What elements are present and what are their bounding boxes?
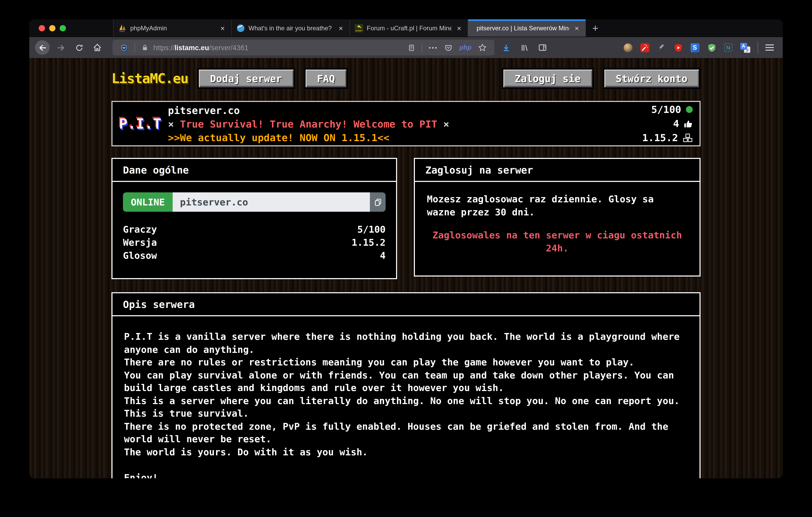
votes-count: 4: [673, 117, 679, 131]
general-panel-title: Dane ogólne: [113, 159, 396, 182]
description-panel: Opis serwera P.I.T is a vanilla server w…: [111, 292, 701, 478]
vote-warning-text: Zaglosowales na ten serwer w ciagu ostat…: [427, 229, 688, 254]
svg-text:uCRAFT: uCRAFT: [355, 30, 362, 31]
tab-title: What's in the air you breathe? -: [249, 24, 333, 32]
site-logo[interactable]: ListaMC.eu: [111, 70, 188, 86]
faq-button[interactable]: FAQ: [304, 68, 348, 89]
hamburger-menu-icon[interactable]: [762, 40, 777, 55]
stat-row: Glosow4: [123, 249, 385, 262]
tab-close-icon[interactable]: ×: [573, 24, 581, 32]
vote-info-text: Mozesz zaglosowac raz dziennie. Glosy sa…: [427, 192, 688, 218]
tab-close-icon[interactable]: ×: [455, 24, 463, 32]
players-count: 5/100: [651, 102, 681, 117]
tab-close-icon[interactable]: ×: [219, 24, 227, 32]
notion-clipper-extension-icon[interactable]: N: [723, 42, 733, 53]
online-status-badge: ONLINE: [123, 192, 173, 212]
server-stat-list: Graczy5/100 Wersja1.15.2 Glosow4: [123, 223, 385, 262]
stat-label: Graczy: [123, 223, 157, 236]
tab-title: phpMyAdmin: [130, 24, 215, 32]
reader-mode-icon[interactable]: [408, 44, 415, 52]
online-status-dot: [686, 106, 693, 113]
stat-value: 4: [380, 249, 385, 262]
urlbar-divider: [135, 43, 135, 52]
minimize-window-button[interactable]: [49, 25, 55, 31]
sidebar-button[interactable]: [535, 40, 550, 55]
translate-extension-icon[interactable]: A: [740, 42, 750, 53]
forward-button[interactable]: [53, 40, 68, 55]
close-window-button[interactable]: [39, 25, 45, 31]
copy-icon: [374, 198, 382, 206]
ucraft-icon: uCRAFT: [355, 24, 363, 32]
blocks-icon: [683, 133, 693, 143]
profile-avatar-extension-icon[interactable]: [622, 42, 633, 53]
server-banner[interactable]: P.I.T pitserver.co × True Survival! True…: [111, 101, 701, 146]
server-address-row: ONLINE pitserver.co: [123, 192, 385, 212]
traffic-lights: [39, 25, 66, 31]
thumbs-up-icon: [684, 119, 693, 128]
stat-label: Glosow: [123, 249, 157, 262]
pocket-icon[interactable]: [444, 44, 453, 52]
php-page-action[interactable]: php: [459, 44, 471, 51]
site-header: ListaMC.eu Dodaj serwer FAQ Zaloguj sie …: [111, 66, 701, 90]
server-name: pitserver.co: [168, 103, 642, 117]
stat-label: Wersja: [123, 236, 157, 249]
svg-text:PMA: PMA: [120, 30, 125, 32]
toolbar-divider: [758, 42, 758, 53]
bookmark-star-icon[interactable]: [478, 43, 487, 52]
tab-listamc-active[interactable]: pitserver.co | Lista Serwerów Minec ×: [468, 19, 586, 37]
url-path: /server/4361: [209, 44, 248, 52]
tab-phpmyadmin[interactable]: PMA phpMyAdmin ×: [113, 19, 231, 37]
browser-window: PMA phpMyAdmin × What's in the air you b…: [29, 19, 783, 478]
copy-address-button[interactable]: [370, 192, 385, 212]
server-tagline: × True Survival! True Anarchy! Welcome t…: [168, 117, 642, 130]
stat-row: Graczy5/100: [123, 223, 385, 236]
server-stats: 5/100 4 1.15.2: [642, 102, 699, 145]
desktop: PMA phpMyAdmin × What's in the air you b…: [0, 0, 812, 517]
tab-air-article[interactable]: What's in the air you breathe? - ×: [231, 19, 349, 37]
page-actions-icon[interactable]: •••: [429, 44, 438, 51]
server-logo: P.I.T: [113, 116, 168, 132]
globe-icon: [236, 24, 245, 32]
tab-ucraft-forum[interactable]: uCRAFT Forum - uCraft.pl | Forum Mine ×: [349, 19, 468, 37]
url-host: listamc.eu: [174, 44, 209, 52]
login-button[interactable]: Zaloguj sie: [502, 68, 594, 89]
green-shield-extension-icon[interactable]: [706, 42, 717, 53]
downloads-button[interactable]: [499, 40, 513, 55]
page-viewport: ListaMC.eu Dodaj serwer FAQ Zaloguj sie …: [29, 58, 783, 478]
reload-button[interactable]: [72, 40, 86, 55]
tab-title: pitserver.co | Lista Serwerów Minec: [476, 24, 569, 32]
add-server-button[interactable]: Dodaj serwer: [197, 68, 295, 89]
server-update-line: >>We actually update! NOW ON 1.15.1<<: [168, 130, 642, 144]
stat-value: 5/100: [357, 223, 385, 236]
urlbar-divider: [422, 43, 422, 52]
stat-row: Wersja1.15.2: [123, 236, 385, 249]
new-tab-button[interactable]: +: [592, 23, 598, 33]
url-text[interactable]: https://listamc.eu/server/4361: [153, 44, 405, 52]
color-picker-extension-icon[interactable]: [656, 42, 667, 53]
version-number: 1.15.2: [642, 131, 678, 145]
general-info-panel: Dane ogólne ONLINE pitserver.co Graczy5/…: [111, 158, 397, 279]
description-panel-title: Opis serwera: [113, 293, 699, 316]
tab-title: Forum - uCraft.pl | Forum Mine: [367, 24, 452, 32]
vote-panel-title: Zaglosuj na serwer: [415, 159, 699, 182]
zoom-window-button[interactable]: [60, 25, 66, 31]
video-shield-extension-icon[interactable]: [673, 42, 683, 53]
tab-strip: PMA phpMyAdmin × What's in the air you b…: [113, 19, 586, 37]
magic-wand-extension-icon[interactable]: [639, 42, 650, 53]
description-text: P.I.T is a vanilla server where there is…: [113, 316, 699, 478]
url-scheme: https://: [153, 44, 174, 52]
library-button[interactable]: [517, 40, 531, 55]
navigation-toolbar: https://listamc.eu/server/4361 ••• php: [29, 37, 783, 58]
back-button[interactable]: [35, 40, 50, 55]
lock-icon: [142, 44, 148, 51]
register-button[interactable]: Stwórz konto: [603, 68, 701, 89]
phpmyadmin-icon: PMA: [118, 24, 126, 32]
url-bar[interactable]: https://listamc.eu/server/4361 ••• php: [113, 40, 494, 55]
server-address-field[interactable]: pitserver.co: [173, 192, 370, 212]
tab-close-icon[interactable]: ×: [337, 24, 345, 32]
s-cube-extension-icon[interactable]: S: [690, 42, 700, 53]
vote-panel: Zaglosuj na serwer Mozesz zaglosowac raz…: [414, 158, 701, 277]
home-button[interactable]: [90, 40, 105, 55]
tracking-protection-shield-icon[interactable]: [120, 44, 128, 52]
stat-value: 1.15.2: [352, 236, 385, 249]
